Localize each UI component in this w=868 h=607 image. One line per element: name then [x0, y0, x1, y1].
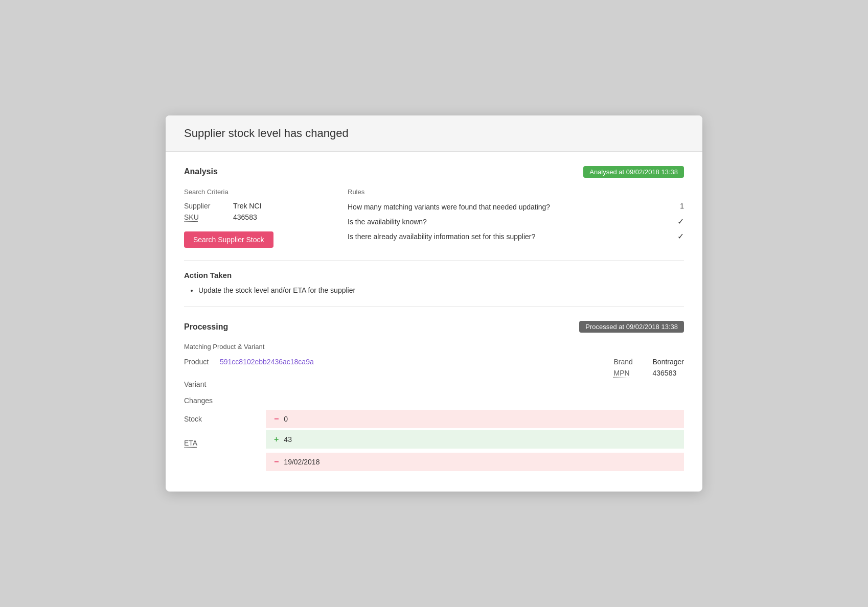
action-taken-title: Action Taken — [184, 271, 684, 279]
action-list: Update the stock level and/or ETA for th… — [184, 285, 684, 296]
search-criteria-label: Search Criteria — [184, 188, 327, 196]
variant-left: Variant — [184, 380, 220, 388]
eta-changes: − 19/02/2018 — [266, 453, 684, 471]
rule-row-0: How many matching variants were found th… — [348, 202, 684, 213]
card-body: Analysis Analysed at 09/02/2018 13:38 Se… — [166, 152, 702, 492]
eta-key-group: ETA — [184, 434, 256, 454]
search-criteria-panel: Search Criteria Supplier Trek NCI SKU 43… — [184, 188, 327, 248]
main-card: Supplier stock level has changed Analysi… — [166, 115, 702, 492]
minus-icon-1: − — [274, 457, 279, 466]
brand-mpn-group: Brand Bontrager MPN 436583 — [614, 358, 684, 377]
stock-change-neg: − 0 — [266, 410, 684, 428]
search-supplier-stock-button[interactable]: Search Supplier Stock — [184, 231, 273, 248]
matching-label: Matching Product & Variant — [184, 343, 684, 351]
supplier-row: Supplier Trek NCI — [184, 202, 327, 210]
variant-row: Variant — [184, 380, 684, 388]
rule-value-0: 1 — [674, 202, 684, 210]
brand-value: Bontrager — [653, 358, 684, 366]
brand-row: Brand Bontrager — [614, 358, 684, 366]
action-taken-section: Action Taken Update the stock level and/… — [184, 271, 684, 296]
rules-label: Rules — [348, 188, 684, 196]
change-values-col: − 0 + 43 − 19/02/2018 — [266, 410, 684, 473]
stock-key-group: Stock — [184, 410, 256, 430]
rule-text-2: Is there already availability informatio… — [348, 231, 668, 242]
supplier-value: Trek NCI — [233, 202, 261, 210]
rule-row-1: Is the availability known? ✓ — [348, 217, 684, 227]
action-item-0: Update the stock level and/or ETA for th… — [198, 285, 684, 296]
page-title: Supplier stock level has changed — [184, 127, 684, 140]
product-left: Product 591cc8102ebb2436ac18ca9a — [184, 358, 314, 366]
rule-text-1: Is the availability known? — [348, 217, 668, 227]
analysed-badge: Analysed at 09/02/2018 13:38 — [583, 166, 684, 178]
changes-table: Stock ETA − 0 + 43 — [184, 410, 684, 473]
rule-text-0: How many matching variants were found th… — [348, 202, 668, 213]
rule-value-2: ✓ — [674, 231, 684, 241]
stock-change-pos: + 43 — [266, 430, 684, 449]
brand-key: Brand — [614, 358, 645, 366]
sku-row: SKU 436583 — [184, 213, 327, 221]
product-key: Product — [184, 358, 215, 366]
analysis-grid: Search Criteria Supplier Trek NCI SKU 43… — [184, 188, 684, 248]
processing-section: Processing Processed at 09/02/2018 13:38… — [184, 321, 684, 473]
processing-title: Processing — [184, 322, 228, 332]
eta-key: ETA — [184, 434, 256, 454]
card-header: Supplier stock level has changed — [166, 115, 702, 152]
rules-panel: Rules How many matching variants were fo… — [348, 188, 684, 248]
analysis-header-row: Analysis Analysed at 09/02/2018 13:38 — [184, 166, 684, 178]
minus-icon-0: − — [274, 414, 279, 424]
eta-change-neg: − 19/02/2018 — [266, 453, 684, 471]
sku-value: 436583 — [233, 213, 257, 221]
mpn-value: 436583 — [653, 369, 677, 377]
stock-pos-value: 43 — [284, 435, 292, 443]
product-value[interactable]: 591cc8102ebb2436ac18ca9a — [220, 358, 314, 366]
processing-header-row: Processing Processed at 09/02/2018 13:38 — [184, 321, 684, 333]
supplier-key: Supplier — [184, 202, 225, 210]
change-keys-col: Stock ETA — [184, 410, 266, 453]
stock-key: Stock — [184, 410, 256, 430]
eta-neg-value: 19/02/2018 — [284, 458, 319, 466]
changes-label: Changes — [184, 396, 684, 405]
divider-2 — [184, 306, 684, 307]
processed-badge: Processed at 09/02/2018 13:38 — [579, 321, 684, 333]
product-row: Product 591cc8102ebb2436ac18ca9a Brand B… — [184, 358, 684, 377]
sku-key: SKU — [184, 213, 225, 221]
mpn-row: MPN 436583 — [614, 369, 677, 377]
plus-icon-0: + — [274, 435, 279, 444]
stock-neg-value: 0 — [284, 415, 288, 423]
divider-1 — [184, 260, 684, 261]
variant-key: Variant — [184, 380, 215, 388]
rule-value-1: ✓ — [674, 217, 684, 226]
mpn-key: MPN — [614, 369, 645, 377]
analysis-title: Analysis — [184, 167, 218, 176]
rule-row-2: Is there already availability informatio… — [348, 231, 684, 242]
